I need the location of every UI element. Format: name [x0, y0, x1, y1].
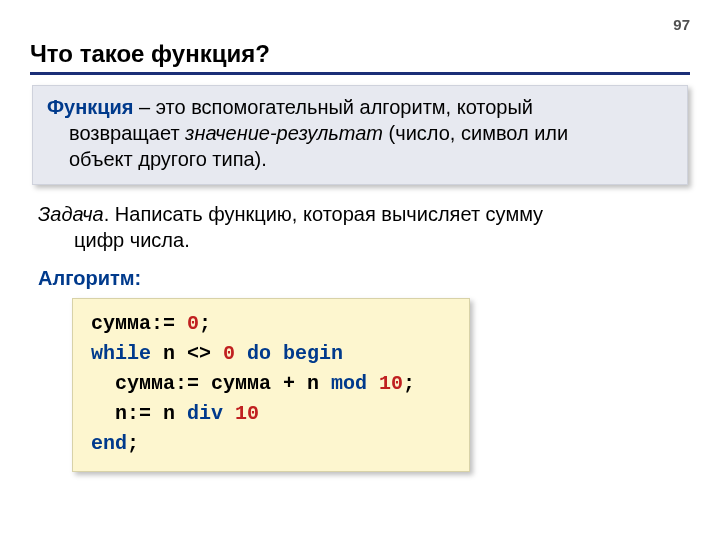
task-text: Задача. Написать функцию, которая вычисл… [38, 201, 686, 253]
task-line1: . Написать функцию, которая вычисляет су… [104, 203, 543, 225]
code-line-4: n:= n div 10 [91, 402, 259, 425]
algorithm-label: Алгоритм: [38, 267, 690, 290]
definition-term: Функция [47, 96, 134, 118]
definition-line2-post: (число, символ или [383, 122, 568, 144]
definition-line2-pre: возвращает [69, 122, 185, 144]
page-number: 97 [673, 16, 690, 33]
definition-box: Функция – это вспомогательный алгоритм, … [32, 85, 688, 185]
definition-text: Функция – это вспомогательный алгоритм, … [47, 94, 673, 172]
task-line2: цифр числа. [38, 227, 686, 253]
definition-line1: – это вспомогательный алгоритм, который [134, 96, 534, 118]
code-line-1: сумма:= 0; [91, 312, 211, 335]
definition-emphasis: значение-результат [185, 122, 383, 144]
code-line-3: сумма:= сумма + n mod 10; [91, 372, 415, 395]
definition-line3: объект другого типа). [47, 146, 673, 172]
code-line-5: end; [91, 432, 139, 455]
code-box: сумма:= 0; while n <> 0 do begin сумма:=… [72, 298, 470, 472]
slide-title: Что такое функция? [30, 40, 690, 75]
task-label: Задача [38, 203, 104, 225]
code-line-2: while n <> 0 do begin [91, 342, 343, 365]
